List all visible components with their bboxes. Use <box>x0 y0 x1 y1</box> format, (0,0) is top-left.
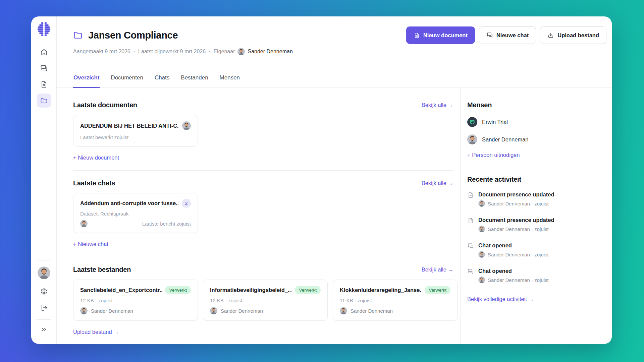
recent-activity-section: Recente activiteit Document presence upd… <box>467 176 600 302</box>
section-divider <box>73 257 453 257</box>
page-title: Jansen Compliance <box>88 30 178 41</box>
chats-icon <box>40 64 48 72</box>
chat-participant-avatar <box>80 220 88 227</box>
file-name: Klokkenluidersregeling_Janse... <box>340 287 421 293</box>
workspace-window: Jansen Compliance Nieuw document Nieuwe … <box>31 16 612 344</box>
documents-icon <box>40 80 48 88</box>
chat-last-message-time: Laatste bericht zojuist <box>142 221 191 227</box>
robot-avatar <box>467 117 477 127</box>
folder-icon <box>40 97 48 105</box>
overview-content: Laatste documenten Bekijk alle → ADDENDU… <box>57 88 460 344</box>
document-title: ADDENDUM BIJ HET BELEID ANTI-C... <box>80 123 179 129</box>
document-last-edited: Laatst bewerkt zojuist <box>80 134 191 140</box>
sidebar-item-home[interactable] <box>37 45 51 59</box>
chat-title: Addendum anti-corruptie voor tusse... <box>80 200 178 206</box>
tab-chats[interactable]: Chats <box>154 67 170 88</box>
person-row[interactable]: Erwin Trial <box>467 117 600 127</box>
activity-item: Document presence updated Sander Dennema… <box>467 191 600 207</box>
file-card[interactable]: Klokkenluidersregeling_Janse... Verwerkt… <box>333 280 458 321</box>
document-icon <box>467 192 474 207</box>
activity-actor-avatar <box>478 251 485 258</box>
latest-documents-section: Laatste documenten Bekijk alle → ADDENDU… <box>73 101 453 161</box>
file-meta: 11 KB · zojuist <box>340 298 450 303</box>
file-owner-name: Sander Denneman <box>91 308 133 314</box>
chevrons-right-icon <box>40 325 48 334</box>
home-icon <box>40 48 48 56</box>
file-card[interactable]: Informatiebeveiligingsbeleid_... Verwerk… <box>203 280 328 321</box>
view-all-files-link[interactable]: Bekijk alle → <box>422 266 453 273</box>
invite-person-link[interactable]: + Persoon uitnodigen <box>467 152 520 158</box>
status-badge: Verwerkt <box>295 286 321 294</box>
collapse-sidebar-button[interactable] <box>37 322 51 337</box>
section-title-chats: Laatste chats <box>73 179 115 187</box>
person-name: Erwin Trial <box>482 119 508 125</box>
unread-count-badge: 2 <box>182 199 191 208</box>
new-chat-link[interactable]: + Nieuwe chat <box>73 241 108 247</box>
activity-meta: Sander Denneman · zojuist <box>488 252 549 257</box>
new-document-link[interactable]: + Nieuw document <box>73 155 119 161</box>
section-title-activity: Recente activiteit <box>467 176 600 183</box>
activity-item: Chat opened Sander Denneman · zojuist <box>467 242 600 258</box>
dot-separator: · <box>209 49 210 55</box>
chat-icon <box>467 243 474 258</box>
latest-files-section: Laatste bestanden Bekijk alle → Sanctieb… <box>73 266 453 335</box>
header-actions: Nieuw document Nieuwe chat Upload bestan… <box>406 26 606 44</box>
status-badge: Verwerkt <box>425 286 450 294</box>
sidebar-divider <box>37 319 51 320</box>
logout-icon <box>40 304 48 312</box>
tab-mensen[interactable]: Mensen <box>219 67 240 88</box>
file-owner-name: Sander Denneman <box>221 308 263 314</box>
section-title-people: Mensen <box>467 101 600 109</box>
file-card[interactable]: Sanctiebeleid_en_Exportcontr... Verwerkt… <box>73 280 198 321</box>
section-title-documents: Laatste documenten <box>73 101 137 109</box>
tab-bestanden[interactable]: Bestanden <box>180 67 208 88</box>
activity-title: Chat opened <box>478 268 549 274</box>
activity-meta: Sander Denneman · zojuist <box>488 201 549 206</box>
sidebar <box>31 16 57 344</box>
chat-dataset: Dataset: Rechtspraak <box>80 211 191 217</box>
updated-date: Laatst bijgewerkt 9 mrt 2026 <box>138 49 206 55</box>
person-row[interactable]: Sander Denneman <box>467 134 600 144</box>
new-chat-button[interactable]: Nieuwe chat <box>479 26 536 44</box>
file-name: Informatiebeveiligingsbeleid_... <box>210 287 291 293</box>
document-card[interactable]: ADDENDUM BIJ HET BELEID ANTI-C... Laatst… <box>73 115 198 146</box>
tab-bar: Overzicht Documenten Chats Bestanden Men… <box>57 67 612 88</box>
user-avatar[interactable] <box>38 266 50 279</box>
created-date: Aangemaakt 9 mrt 2026 <box>73 49 130 55</box>
upload-file-link[interactable]: Upload bestand → <box>73 329 119 335</box>
file-meta: 12 KB · zojuist <box>210 298 321 303</box>
file-name: Sanctiebeleid_en_Exportcontr... <box>80 287 162 293</box>
file-owner-avatar <box>80 307 88 314</box>
document-icon <box>414 32 420 39</box>
sidebar-item-chats[interactable] <box>37 61 51 75</box>
logout-button[interactable] <box>37 301 51 315</box>
settings-button[interactable] <box>37 285 51 299</box>
activity-title: Document presence updated <box>478 191 554 198</box>
activity-item: Chat opened Sander Denneman · zojuist <box>467 268 600 283</box>
tab-overzicht[interactable]: Overzicht <box>73 67 100 88</box>
person-name: Sander Denneman <box>482 136 529 143</box>
sidebar-divider <box>37 260 51 260</box>
view-all-chats-link[interactable]: Bekijk alle → <box>422 180 453 186</box>
upload-file-button[interactable]: Upload bestand <box>540 26 606 44</box>
gear-icon <box>40 288 48 296</box>
chat-card[interactable]: Addendum anti-corruptie voor tusse... 2 … <box>73 193 198 233</box>
activity-actor-avatar <box>478 226 485 232</box>
page-meta: Aangemaakt 9 mrt 2026 · Laatst bijgewerk… <box>73 48 606 67</box>
right-panel: Mensen <box>460 88 612 344</box>
view-all-documents-link[interactable]: Bekijk alle → <box>422 102 453 108</box>
activity-item: Document presence updated Sander Dennema… <box>467 217 600 232</box>
view-full-activity-link[interactable]: Bekijk volledige activiteit → <box>467 296 534 302</box>
sidebar-item-folder[interactable] <box>37 94 51 108</box>
main-area: Jansen Compliance Nieuw document Nieuwe … <box>57 16 612 344</box>
tab-documenten[interactable]: Documenten <box>110 67 143 88</box>
sidebar-item-documents[interactable] <box>37 77 51 92</box>
file-owner-avatar <box>340 307 347 314</box>
status-badge: Verwerkt <box>165 286 191 294</box>
new-document-button[interactable]: Nieuw document <box>406 26 475 44</box>
document-icon <box>467 217 474 232</box>
section-title-files: Laatste bestanden <box>73 266 131 274</box>
activity-meta: Sander Denneman · zojuist <box>488 226 549 232</box>
app-logo[interactable] <box>37 22 51 37</box>
file-owner-avatar <box>210 307 217 314</box>
